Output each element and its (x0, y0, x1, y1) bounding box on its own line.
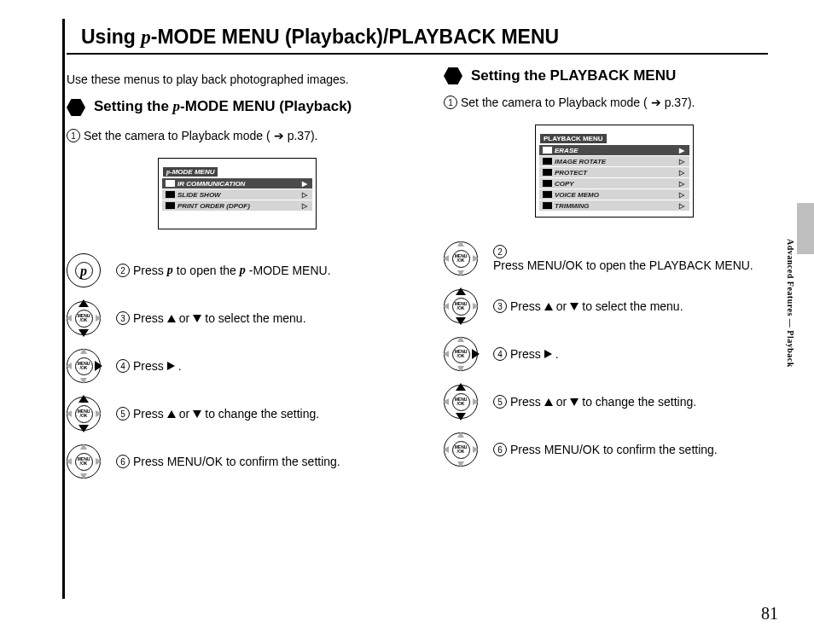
instruction-span: Press (510, 347, 541, 361)
playback-menu-screen: PLAYBACK MENU ERASE▶IMAGE ROTATE▷PROTECT… (535, 125, 694, 218)
up-arrow-icon (78, 299, 89, 307)
screen-title-rest: -MODE MENU (170, 168, 214, 176)
right-arrow-icon (96, 315, 102, 322)
up-arrow-icon (457, 336, 464, 342)
step-number-circle: 6 (116, 455, 130, 468)
step-number-circle: 5 (116, 407, 130, 421)
menu-ok-label: MENU /OK (452, 393, 470, 411)
up-arrow-icon (544, 398, 553, 406)
instruction-step: MENU /OK3Press or to select the menu. (67, 294, 408, 342)
menu-row: VOICE MEMO▷ (539, 189, 689, 200)
menu-row-label: VOICE MEMO (555, 191, 599, 199)
instruction-span: or (556, 299, 567, 313)
instruction-span: to change the setting. (205, 407, 319, 421)
menu-ok-label: MENU /OK (452, 441, 470, 459)
left-steps: p2Press p to open the p-MODE MENU.MENU /… (67, 247, 408, 485)
menu-row-icon (543, 158, 552, 165)
instruction-text: 3Press or to select the menu. (116, 311, 306, 325)
right-steps: MENU /OK2Press MENU/OK to open the PLAYB… (444, 235, 785, 473)
menu-row-label: SLIDE SHOW (177, 191, 221, 199)
right-arrow-icon (473, 303, 479, 310)
step-number-circle: 5 (493, 395, 507, 409)
instruction-text: 5Press or to change the setting. (493, 395, 696, 409)
instruction-span: to open the (177, 264, 236, 277)
menu-row: SLIDE SHOW▷ (162, 189, 312, 200)
intro-text: Use these menus to play back photographe… (67, 73, 349, 86)
menu-row-arrow-icon: ▶ (679, 147, 684, 154)
instruction-step: MENU /OK4Press . (444, 330, 785, 378)
menu-row-icon (543, 191, 552, 198)
instruction-span: or (556, 395, 567, 409)
side-tab (797, 203, 814, 254)
right-arrow-icon (95, 361, 102, 371)
down-arrow-icon (193, 410, 201, 418)
down-arrow-icon (80, 473, 87, 479)
menu-row: IMAGE ROTATE▷ (539, 156, 689, 166)
down-arrow-icon (570, 398, 579, 406)
up-arrow-icon (80, 444, 87, 450)
left-arrow-icon (443, 398, 449, 405)
menu-ok-dial-icon: MENU /OK (444, 289, 478, 323)
screen-title: PLAYBACK MENU (540, 134, 607, 143)
instruction-step: MENU /OK4Press . (67, 342, 408, 390)
menu-ok-dial-icon: MENU /OK (444, 385, 478, 419)
screen-rows: ERASE▶IMAGE ROTATE▷PROTECT▷COPY▷VOICE ME… (538, 145, 691, 211)
left-arrow-icon (443, 255, 449, 262)
instruction-step: MENU /OK2Press MENU/OK to open the PLAYB… (444, 235, 785, 282)
menu-row-icon (543, 147, 552, 154)
right-column: Setting the PLAYBACK MENU 1 Set the came… (444, 67, 785, 473)
f-mode-menu-screen: p-MODE MENU IR COMMUNICATION▶SLIDE SHOW▷… (158, 158, 317, 229)
title-pre: Using (81, 26, 141, 48)
page-number: 81 (761, 604, 778, 624)
down-arrow-icon (78, 329, 89, 337)
menu-row-arrow-icon: ▷ (679, 180, 684, 188)
instruction-span: Press (133, 264, 164, 277)
instruction-span: to select the menu. (205, 311, 305, 325)
instruction-span: Press MENU/OK to confirm the setting. (510, 443, 718, 456)
menu-row: TRIMMING▷ (539, 200, 689, 211)
up-arrow-icon (456, 383, 466, 391)
up-arrow-icon (80, 348, 87, 354)
f-button-icon: p (67, 253, 101, 287)
menu-row: IR COMMUNICATION▶ (162, 178, 312, 189)
instruction-step: MENU /OK5Press or to change the setting. (444, 378, 785, 426)
menu-row-label: TRIMMING (555, 202, 589, 210)
manual-page: Advanced Features — Playback Using p-MOD… (0, 0, 814, 644)
down-arrow-icon (457, 270, 464, 276)
down-arrow-icon (78, 425, 89, 432)
instruction-span: Press (510, 299, 541, 313)
instruction-text: 4Press . (493, 347, 559, 361)
menu-row-arrow-icon: ▷ (302, 202, 307, 210)
menu-row-arrow-icon: ▷ (302, 191, 307, 199)
right-arrow-icon (473, 398, 479, 405)
menu-row: PROTECT▷ (539, 167, 689, 177)
instruction-step: MENU /OK5Press or to change the setting. (67, 390, 408, 438)
screen-rows: IR COMMUNICATION▶SLIDE SHOW▷PRINT ORDER … (160, 178, 314, 211)
down-arrow-icon (193, 315, 201, 322)
up-arrow-icon (457, 241, 464, 247)
page-title: Using p-MODE MENU (Playback)/PLAYBACK ME… (81, 26, 559, 49)
heading-pre: Setting the (94, 98, 173, 114)
right-heading: Setting the PLAYBACK MENU (471, 67, 676, 84)
menu-row: PRINT ORDER (DPOF)▷ (162, 200, 312, 211)
left-arrow-icon (443, 303, 449, 310)
step-number-circle: 2 (116, 264, 130, 277)
instruction-step: MENU /OK3Press or to select the menu. (444, 282, 785, 330)
menu-row-icon (543, 169, 552, 176)
down-arrow-icon (80, 378, 87, 384)
instruction-span: Press MENU/OK to open the PLAYBACK MENU. (493, 258, 753, 272)
lead-arrow: ➔ (274, 129, 284, 142)
down-arrow-icon (456, 413, 466, 421)
instruction-span: . (555, 347, 559, 361)
hex-bullet-icon (444, 67, 462, 85)
f-icon: p (141, 26, 151, 48)
up-arrow-icon (78, 395, 89, 403)
instruction-span: Press (133, 359, 164, 373)
instruction-text: 6Press MENU/OK to confirm the setting. (493, 443, 718, 456)
instruction-span: -MODE MENU. (249, 264, 331, 277)
up-arrow-icon (457, 432, 464, 438)
menu-row-label: IR COMMUNICATION (177, 180, 245, 188)
left-arrow-icon (443, 351, 449, 357)
menu-ok-label: MENU /OK (75, 357, 93, 375)
menu-row: ERASE▶ (539, 145, 689, 155)
